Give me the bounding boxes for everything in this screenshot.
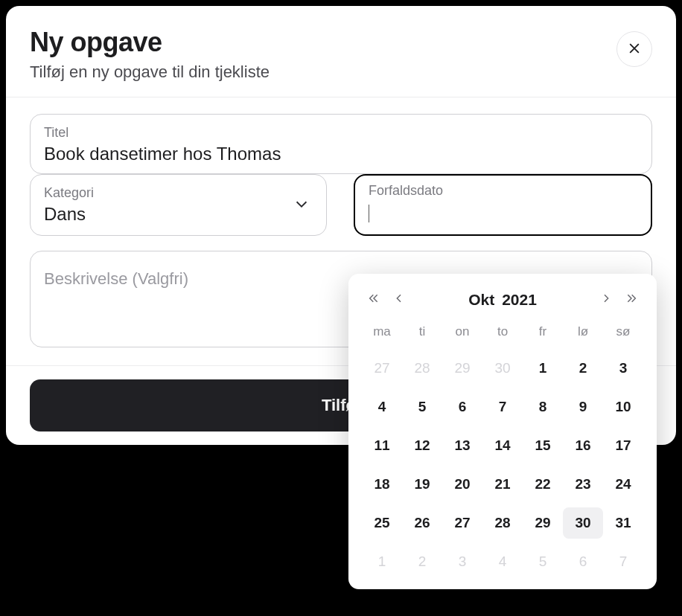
- duedate-field[interactable]: Forfaldsdato: [354, 174, 652, 236]
- datepicker-day[interactable]: 30: [563, 507, 603, 539]
- datepicker-day[interactable]: 3: [442, 546, 482, 577]
- datepicker-weekday: ma: [362, 318, 402, 345]
- title-field[interactable]: Titel: [30, 114, 652, 174]
- modal-heading: Ny opgave Tilføj en ny opgave til din tj…: [30, 27, 270, 82]
- datepicker-day[interactable]: 23: [563, 469, 603, 500]
- chevron-double-right-icon: [625, 292, 637, 307]
- chevron-left-icon: [393, 292, 405, 307]
- datepicker-day[interactable]: 3: [603, 353, 643, 384]
- close-icon: [627, 41, 642, 58]
- datepicker-day[interactable]: 13: [442, 430, 482, 461]
- datepicker-day[interactable]: 22: [523, 469, 563, 500]
- datepicker-day[interactable]: 12: [402, 430, 442, 461]
- datepicker-weekday: to: [482, 318, 523, 345]
- datepicker-day[interactable]: 2: [563, 353, 603, 384]
- datepicker-day[interactable]: 6: [563, 546, 603, 577]
- datepicker-day[interactable]: 17: [603, 430, 643, 461]
- prev-month-button[interactable]: [392, 290, 407, 309]
- title-input[interactable]: [44, 144, 638, 164]
- datepicker-day[interactable]: 24: [603, 469, 643, 500]
- next-month-button[interactable]: [599, 290, 614, 309]
- datepicker-day[interactable]: 29: [442, 353, 482, 384]
- datepicker-day[interactable]: 21: [482, 469, 523, 500]
- datepicker-day[interactable]: 1: [362, 546, 402, 577]
- duedate-label: Forfaldsdato: [369, 183, 637, 199]
- datepicker-day[interactable]: 2: [402, 546, 442, 577]
- datepicker-weekday: sø: [603, 318, 643, 345]
- chevron-double-left-icon: [368, 292, 380, 307]
- datepicker-grid: mationtofrløsø27282930123456789101112131…: [362, 318, 643, 577]
- title-label: Titel: [44, 125, 638, 141]
- datepicker-weekday: on: [442, 318, 482, 345]
- prev-year-button[interactable]: [366, 290, 381, 309]
- datepicker-day[interactable]: 1: [523, 353, 563, 384]
- datepicker-day[interactable]: 29: [523, 507, 563, 539]
- datepicker-popover: Okt 2021 mationtofrløsø27282930123456789…: [348, 274, 657, 589]
- datepicker-nav-prev-group: [366, 290, 407, 309]
- text-cursor: [369, 205, 369, 222]
- category-value: Dans: [44, 204, 313, 225]
- datepicker-year: 2021: [502, 291, 537, 309]
- datepicker-day[interactable]: 7: [603, 546, 643, 577]
- datepicker-nav-next-group: [599, 290, 639, 309]
- datepicker-day[interactable]: 30: [482, 353, 523, 384]
- datepicker-month: Okt: [468, 291, 494, 309]
- datepicker-day[interactable]: 9: [563, 391, 603, 423]
- datepicker-day[interactable]: 26: [402, 507, 442, 539]
- chevron-right-icon: [600, 292, 612, 307]
- datepicker-day[interactable]: 7: [482, 391, 523, 423]
- datepicker-weekday: fr: [523, 318, 563, 345]
- modal-header: Ny opgave Tilføj en ny opgave til din tj…: [6, 6, 676, 97]
- close-button[interactable]: [616, 31, 652, 67]
- datepicker-day[interactable]: 27: [442, 507, 482, 539]
- datepicker-day[interactable]: 8: [523, 391, 563, 423]
- datepicker-day[interactable]: 28: [402, 353, 442, 384]
- datepicker-day[interactable]: 18: [362, 469, 402, 500]
- modal-subtitle: Tilføj en ny opgave til din tjekliste: [30, 62, 270, 82]
- datepicker-day[interactable]: 11: [362, 430, 402, 461]
- datepicker-header: Okt 2021: [362, 289, 643, 318]
- datepicker-day[interactable]: 20: [442, 469, 482, 500]
- datepicker-day[interactable]: 14: [482, 430, 523, 461]
- datepicker-day[interactable]: 25: [362, 507, 402, 539]
- datepicker-day[interactable]: 31: [603, 507, 643, 539]
- chevron-down-icon: [293, 196, 310, 215]
- datepicker-day[interactable]: 15: [523, 430, 563, 461]
- modal-title: Ny opgave: [30, 27, 270, 58]
- datepicker-day[interactable]: 10: [603, 391, 643, 423]
- next-year-button[interactable]: [624, 290, 639, 309]
- datepicker-day[interactable]: 16: [563, 430, 603, 461]
- datepicker-day[interactable]: 6: [442, 391, 482, 423]
- datepicker-day[interactable]: 28: [482, 507, 523, 539]
- category-label: Kategori: [44, 185, 313, 201]
- datepicker-weekday: lø: [563, 318, 603, 345]
- category-field[interactable]: Kategori Dans: [30, 174, 327, 236]
- datepicker-day[interactable]: 4: [362, 391, 402, 423]
- datepicker-day[interactable]: 4: [482, 546, 523, 577]
- datepicker-title[interactable]: Okt 2021: [468, 291, 537, 309]
- datepicker-day[interactable]: 5: [402, 391, 442, 423]
- duedate-input[interactable]: [369, 202, 637, 222]
- datepicker-day[interactable]: 27: [362, 353, 402, 384]
- datepicker-day[interactable]: 19: [402, 469, 442, 500]
- datepicker-weekday: ti: [402, 318, 442, 345]
- datepicker-day[interactable]: 5: [523, 546, 563, 577]
